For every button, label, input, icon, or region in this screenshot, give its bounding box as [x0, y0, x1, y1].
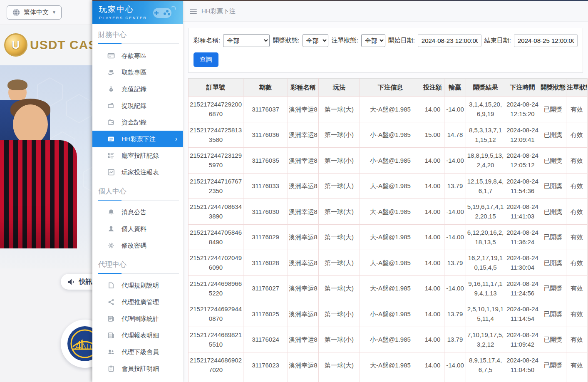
table-cell: 第一球(大) [319, 250, 360, 276]
table-cell: 有效 [566, 224, 588, 250]
sidebar-item-label: HH彩票下注 [122, 135, 156, 143]
start-date-input[interactable] [418, 34, 481, 47]
sidebar-item-person[interactable]: 個人資料 [92, 221, 183, 237]
sidebar-item-transaction-detail[interactable]: 會員交易明細 [92, 377, 183, 382]
table-cell: 大-A盤@1.985 [360, 275, 421, 301]
table-cell: 大-A盤@1.985 [360, 352, 421, 378]
end-date-input[interactable] [514, 34, 578, 47]
sidebar-item-bet-detail[interactable]: 會員投註明細 [92, 360, 183, 377]
table-cell: 2152172447292006870 [189, 97, 243, 122]
sidebar-section-title: 財務中心 [92, 24, 183, 43]
sidebar-item-label: 消息公告 [122, 208, 146, 216]
table-cell: 有效 [566, 148, 588, 174]
sidebar-item-player-report[interactable]: 玩家投注報表 [92, 164, 183, 181]
members-icon [107, 348, 115, 356]
hall-bet-record-icon [107, 152, 115, 159]
table-cell: 已開獎 [540, 173, 566, 199]
table-cell: 12,15,19,8,4,6,1,7 [466, 173, 505, 199]
language-selector[interactable]: 繁体中文 ▼ [7, 5, 62, 20]
table-cell: 15.00 [421, 122, 444, 148]
sidebar-item-report-detail[interactable]: 代理報表明細 [92, 327, 183, 344]
sidebar-item-label: 資金記錄 [122, 119, 146, 127]
table-cell: 已開獎 [540, 327, 566, 352]
sidebar-item-withdraw-hand[interactable]: 取款專區 [92, 64, 183, 81]
sidebar-item-hall-bet-record[interactable]: 廳室投註記錄 [92, 147, 183, 164]
table-cell: 14.00 [421, 275, 444, 301]
table-cell: 澳洲幸运8 [288, 352, 319, 378]
table-cell: 14.00 [421, 378, 444, 382]
sidebar-item-label: 存款專區 [122, 52, 146, 60]
table-cell: 14.78 [444, 122, 466, 148]
table-cell: 已開獎 [540, 122, 566, 148]
table-cell: 8,5,3,13,7,11,15,12 [466, 122, 505, 148]
team-stats-icon [107, 315, 115, 322]
table-cell: 已開獎 [540, 301, 566, 327]
sidebar-item-deposit-card[interactable]: 存款專區 [92, 47, 183, 64]
bet-detail-icon [107, 365, 115, 372]
table-cell: 澳洲幸运8 [288, 148, 319, 174]
table-cell: -14.00 [444, 224, 466, 250]
section-divider [98, 43, 179, 44]
end-date-label: 結束日期: [484, 37, 511, 45]
gear-icon [107, 242, 115, 249]
table-cell: 31176037 [243, 97, 288, 122]
brand-coin-logo[interactable]: U [4, 33, 27, 57]
table-cell: 14.00 [421, 250, 444, 276]
table-cell: 已開獎 [540, 97, 566, 122]
table-cell: -14.00 [444, 97, 466, 122]
chevron-down-icon: ▼ [52, 10, 56, 15]
table-cell: 第一球(大) [319, 173, 360, 199]
table-cell: 2024-08-24 11:04:50 [505, 352, 540, 378]
hamburger-menu-icon[interactable] [190, 9, 197, 14]
sidebar-item-members[interactable]: 代理下級會員 [92, 344, 183, 360]
table-cell: 2152172446898215510 [189, 327, 243, 352]
table-cell: 31176036 [243, 122, 288, 148]
table-cell: 小-A盤@1.985 [360, 148, 421, 174]
bets-table: 訂單號期數彩種名稱玩法下注信息投注額輸贏開獎結果下注時間開獎狀態注單狀態 215… [188, 78, 588, 382]
order-status-select[interactable]: 全部 [361, 34, 385, 47]
table-cell: 大-A盤@1.985 [360, 250, 421, 276]
bell-icon [107, 208, 115, 216]
sidebar-item-document[interactable]: 代理規則說明 [92, 277, 183, 294]
sidebar-item-team-stats[interactable]: 代理團隊統計 [92, 310, 183, 327]
table-row: 215217244705846849031176029澳洲幸运8第一球(大)大-… [189, 224, 588, 250]
table-cell: -14.00 [444, 148, 466, 174]
sidebar-item-funds-wallet[interactable]: 資金記錄 [92, 114, 183, 131]
filter-row: 彩種名稱: 全部 開獎狀態: 全部 注單狀態: 全部 開始日期: 結束日期: [194, 34, 578, 47]
table-cell: 已開獎 [540, 199, 566, 225]
table-row: 215217244686902702031176023澳洲幸运8第一球(大)大-… [189, 352, 588, 378]
table-cell: 3,1,4,15,20,6,9,19 [466, 97, 505, 122]
sidebar-item-bell[interactable]: 消息公告 [92, 204, 183, 221]
table-cell: 2152172446869027020 [189, 352, 243, 378]
table-cell: 2152172447167672350 [189, 173, 243, 199]
table-cell: 14.00 [421, 199, 444, 225]
sidebar-item-lottery-bet[interactable]: HH彩票下注› [92, 131, 183, 147]
table-cell: 大-A盤@1.985 [360, 173, 421, 199]
table-cell: 14.00 [421, 352, 444, 378]
table-cell: 第一球(大) [319, 275, 360, 301]
funds-wallet-icon [107, 119, 115, 126]
table-cell: 澳洲幸运8 [288, 250, 319, 276]
table-cell: 31176024 [243, 327, 288, 352]
draw-status-select[interactable]: 全部 [303, 34, 329, 47]
table-cell: 31176023 [243, 352, 288, 378]
table-cell: 7,10,19,17,5,3,2,12 [466, 327, 505, 352]
sidebar-item-label: 取款專區 [122, 69, 146, 77]
page-header: HH彩票下注 [183, 1, 588, 22]
sidebar-item-gear[interactable]: 修改密碼 [92, 237, 183, 254]
globe-icon [12, 8, 20, 17]
lottery-name-select[interactable]: 全部 [223, 34, 270, 47]
query-button[interactable]: 查詢 [194, 52, 218, 67]
sidebar-item-share[interactable]: 代理推廣管理 [92, 294, 183, 310]
player-report-icon [107, 169, 115, 176]
table-cell: 小-A盤@1.985 [360, 301, 421, 327]
sidebar-item-recharge-moneybag[interactable]: 充值記錄 [92, 81, 183, 97]
table-cell: 第一球(小) [319, 327, 360, 352]
table-cell: 澳洲幸运8 [288, 378, 319, 382]
table-cell: 8,9,15,17,4,6,7,5 [466, 352, 505, 378]
sidebar-item-withdrawal-record[interactable]: 提現記錄 [92, 97, 183, 114]
sidebar-item-label: 代理團隊統計 [122, 315, 159, 323]
withdraw-hand-icon [107, 69, 115, 76]
table-row: 215217244723129597031176035澳洲幸运8第一球(小)小-… [189, 148, 588, 174]
table-row: 215217244716767235031176033澳洲幸运8第一球(大)大-… [189, 173, 588, 199]
